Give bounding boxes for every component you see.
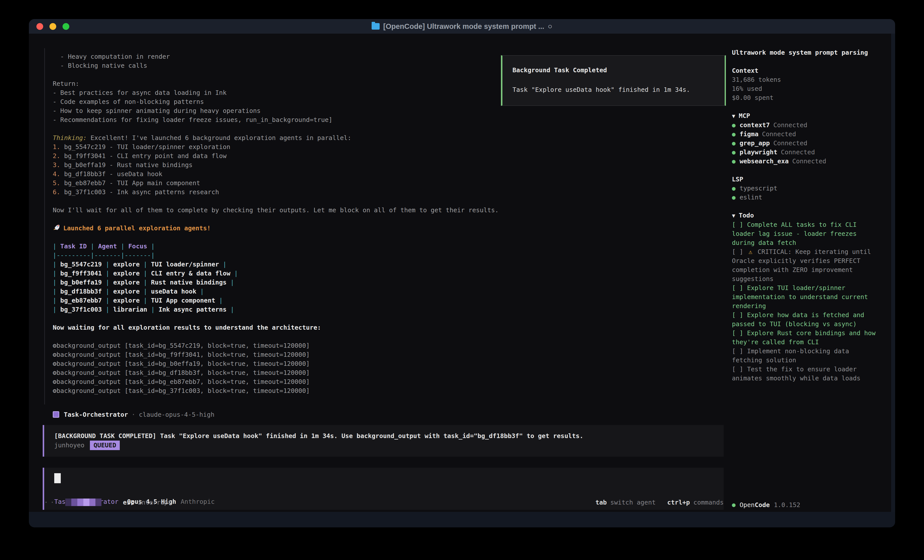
text-segment: librarian [113,306,147,313]
connected-dot-icon: ● [732,131,735,138]
transcript-line: ⚙background_output [task_id=bg_b0effa19,… [53,359,724,368]
transcript-line: Thinking: Excellent! I've launched 6 bac… [53,133,724,142]
text-segment: 3. [53,161,64,169]
spinner-block [65,499,71,506]
agent-name: Task-Orchestrator [64,411,128,418]
transcript-line: Now waiting for all exploration results … [53,323,724,332]
todo-text: Complete ALL tasks to fix CLI loader lag… [732,221,857,246]
text-segment: Focus [128,243,147,250]
chevron-down-icon[interactable]: ▼ [732,213,735,219]
transcript-line [53,215,724,224]
chevron-down-icon[interactable]: ▼ [732,113,735,119]
separator-dot: · [132,411,135,418]
loading-indicator-icon: ○ [548,22,552,31]
text-segment: | [215,297,223,304]
text-segment: ⚙ [53,378,57,385]
mcp-status: Connected [781,148,815,156]
text-segment: Now I'll wait for all of them to complet… [53,207,499,214]
text-segment: | [226,279,234,286]
text-segment: bg_df18bb3f - useData hook [64,170,162,178]
text-segment: ⚙ [53,387,57,394]
mcp-item: ●context7Connected [732,121,880,130]
text-segment: bg_37f1c003 - Ink async patterns researc… [64,189,219,196]
agent-model: claude-opus-4-5-high [139,411,214,418]
completed-task-message: [BACKGROUND TASK COMPLETED] Task "Explor… [54,431,716,440]
text-segment: | [140,270,151,277]
text-segment: | [53,261,60,268]
todo-checkbox: [ ] [732,347,747,355]
text-segment: | [53,243,60,250]
text-segment: | [102,297,113,304]
text-segment: TUI loader/spinner [151,261,219,268]
background-task-completed-panel: [BACKGROUND TASK COMPLETED] Task "Explor… [43,425,724,457]
text-segment: | [87,243,98,250]
context-heading: Context [732,66,880,75]
text-segment: bg_b0effa19 - Rust native bindings [64,161,193,169]
window-titlebar[interactable]: [OpenCode] Ultrawork mode system prompt … [29,19,895,34]
connected-dot-icon: ● [732,185,735,192]
progress-spinner-icon [65,499,102,506]
text-segment: - Blocking native calls [53,62,147,69]
transcript-line [53,233,724,242]
connected-dot-icon: ● [732,149,735,156]
text-segment: | [140,288,151,295]
transcript-line: | bg_37f1c003 | librarian | Ink async pa… [53,305,724,314]
text-segment: | [102,306,113,313]
text-segment: | [53,270,60,277]
text-segment: | [230,270,238,277]
todo-heading[interactable]: ▼Todo [732,211,880,220]
text-segment: | [53,279,60,286]
zoom-window-button[interactable] [63,23,69,30]
text-segment: | [147,306,158,313]
text-segment: | [219,261,226,268]
sidebar: Ultrawork mode system prompt parsing Con… [732,48,880,383]
minimize-window-button[interactable] [50,23,56,30]
text-segment: | [226,306,234,313]
close-window-button[interactable] [36,23,43,30]
text-segment: ⚙ [53,369,57,376]
spinner-dots-icon: ··· [44,498,63,506]
context-stat: 31,686 tokens [732,75,880,84]
transcript-line: | Task ID | Agent | Focus | [53,242,724,251]
esc-key-hint: esc [123,499,134,506]
mcp-heading[interactable]: ▼MCP [732,111,880,121]
terminal-window: [OpenCode] Ultrawork mode system prompt … [29,19,895,527]
text-segment: bg_f9ff3041 - CLI entry point and data f… [64,152,226,160]
spinner-block [83,499,89,506]
text-segment: background_output [task_id=bg_5547c219, … [57,342,310,349]
background-task-toast[interactable]: Background Task Completed Task "Explore … [501,55,726,106]
rocket-icon [53,224,60,231]
window-title: [OpenCode] Ultrawork mode system prompt … [383,22,544,31]
lsp-name: typescript [740,185,777,192]
text-segment: 5. [53,180,64,187]
text-segment: | [140,279,151,286]
status-bar: ··· esc interrupt tab switch agent ctrl+… [44,495,724,509]
text-segment: |---------|-------|-------| [53,252,154,259]
spinner-block [95,499,102,506]
text-segment: bg_b0effa19 [60,279,102,286]
text-segment: 4. [53,170,64,178]
todo-text: Test the fix to ensure loader animates s… [732,365,861,382]
transcript-line: - Recommendations for fixing loader free… [53,115,724,124]
text-segment: bg_37f1c003 [60,306,102,313]
todo-text: Implement non-blocking data fetching sol… [732,347,849,364]
text-segment: TUI App component [151,297,215,304]
text-segment: bg_5547c219 [60,261,102,268]
text-segment: Rust native bindings [151,279,226,286]
toast-body: Task "Explore useData hook" finished in … [513,85,715,94]
lsp-heading: LSP [732,175,880,184]
lsp-item: ●eslint [732,193,880,202]
scrollbar-track[interactable] [891,34,895,527]
text-segment: | [117,243,128,250]
todo-checkbox: [ ] [732,365,747,373]
transcript-line: - How to keep spinner animating during h… [53,106,724,115]
text-segment: | [102,279,113,286]
mcp-item: ●grep_appConnected [732,139,880,148]
spinner-block [71,499,77,506]
transcript-line: |---------|-------|-------| [53,251,724,260]
text-segment: bg_eb87ebb7 - TUI App main component [64,180,200,187]
traffic-lights [36,23,69,30]
text-segment: | [140,261,151,268]
transcript-line: Launched 6 parallel exploration agents! [53,224,724,233]
context-stat: $0.00 spent [732,93,880,102]
